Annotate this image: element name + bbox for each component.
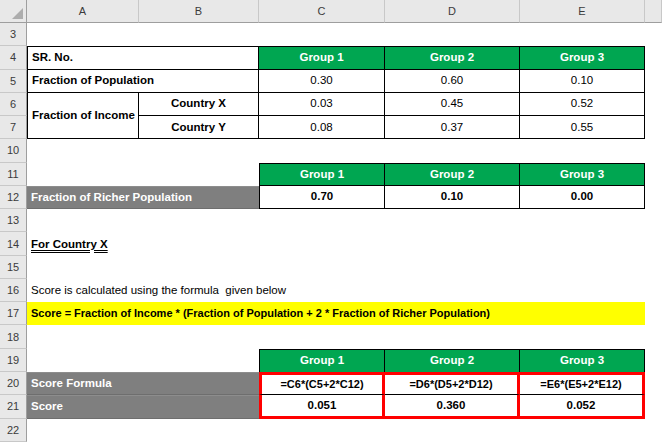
cell-country-x[interactable]: Country X (139, 93, 259, 116)
cell-formula-group3[interactable]: =E6*(E5+2*E12) (520, 372, 645, 395)
cell-pop-group1[interactable]: 0.30 (259, 70, 385, 93)
row-header-22[interactable]: 22 (0, 419, 27, 442)
cell-richer-group3[interactable]: 0.00 (520, 186, 645, 209)
row-header-13[interactable]: 13 (0, 209, 27, 232)
cell-sr-no[interactable]: SR. No. (27, 46, 259, 69)
cell-t1-header-group1[interactable]: Group 1 (259, 46, 385, 69)
cell-score-group2[interactable]: 0.360 (385, 395, 520, 418)
cell-formula-highlight[interactable]: Score = Fraction of Income * (Fraction o… (27, 302, 645, 325)
row-header-17[interactable]: 17 (0, 302, 27, 325)
cell-pop-group2[interactable]: 0.60 (385, 70, 520, 93)
row-header-12[interactable]: 12 (0, 186, 27, 209)
cell-t3-header-group2[interactable]: Group 2 (385, 349, 520, 372)
row-header-4[interactable]: 4 (0, 46, 27, 69)
row-header-20[interactable]: 20 (0, 372, 27, 395)
cell-score-group1[interactable]: 0.051 (259, 395, 385, 418)
row-header-14[interactable]: 14 (0, 232, 27, 255)
row-header-11[interactable]: 11 (0, 163, 27, 186)
for-country-x-text: For Country X (31, 238, 108, 251)
cell-t1-header-group2[interactable]: Group 2 (385, 46, 520, 69)
cell-t2-header-group3[interactable]: Group 3 (520, 163, 645, 186)
row-header-3[interactable]: 3 (0, 23, 27, 46)
row-header-7[interactable]: 7 (0, 116, 27, 139)
cell-income-y-group3[interactable]: 0.55 (520, 116, 645, 139)
cell-richer-population-label[interactable]: Fraction of Richer Population (27, 186, 259, 209)
row-header-21[interactable]: 21 (0, 395, 27, 418)
row-header-18[interactable]: 18 (0, 325, 27, 348)
cell-formula-group1[interactable]: =C6*(C5+2*C12) (259, 372, 385, 395)
column-header-c[interactable]: C (259, 0, 385, 23)
cell-score-description[interactable]: Score is calculated using the formula gi… (27, 279, 645, 302)
column-header-partial (645, 0, 662, 23)
row-header-16[interactable]: 16 (0, 279, 27, 302)
select-all-corner[interactable] (0, 0, 27, 23)
column-header-d[interactable]: D (385, 0, 520, 23)
spreadsheet: A B C D E 3 4 5 6 7 10 11 12 13 14 15 16… (0, 0, 662, 442)
cell-income-y-group1[interactable]: 0.08 (259, 116, 385, 139)
cell-income-x-group1[interactable]: 0.03 (259, 93, 385, 116)
cell-score-group3[interactable]: 0.052 (520, 395, 645, 418)
cell-t2-header-group2[interactable]: Group 2 (385, 163, 520, 186)
column-header-e[interactable]: E (520, 0, 645, 23)
cell-t3-header-group3[interactable]: Group 3 (520, 349, 645, 372)
cell-income-x-group3[interactable]: 0.52 (520, 93, 645, 116)
column-header-a[interactable]: A (27, 0, 139, 23)
cell-fraction-population-label[interactable]: Fraction of Population (27, 70, 259, 93)
cell-score-label[interactable]: Score (27, 395, 259, 418)
column-header-b[interactable]: B (139, 0, 259, 23)
cell-for-country-x[interactable]: For Country X (27, 232, 385, 255)
cell-t1-header-group3[interactable]: Group 3 (520, 46, 645, 69)
cell-country-y[interactable]: Country Y (139, 116, 259, 139)
cell-richer-group1[interactable]: 0.70 (259, 186, 385, 209)
row-header-10[interactable]: 10 (0, 139, 27, 162)
cell-richer-group2[interactable]: 0.10 (385, 186, 520, 209)
cell-income-x-group2[interactable]: 0.45 (385, 93, 520, 116)
cell-fraction-income-label[interactable]: Fraction of Income (27, 93, 139, 140)
cell-pop-group3[interactable]: 0.10 (520, 70, 645, 93)
row-header-5[interactable]: 5 (0, 70, 27, 93)
cell-income-y-group2[interactable]: 0.37 (385, 116, 520, 139)
row-header-6[interactable]: 6 (0, 93, 27, 116)
cell-formula-group2[interactable]: =D6*(D5+2*D12) (385, 372, 520, 395)
row-header-19[interactable]: 19 (0, 349, 27, 372)
row-header-15[interactable]: 15 (0, 256, 27, 279)
cell-t3-header-group1[interactable]: Group 1 (259, 349, 385, 372)
select-all-icon (12, 8, 23, 19)
cell-score-formula-label[interactable]: Score Formula (27, 372, 259, 395)
cell-t2-header-group1[interactable]: Group 1 (259, 163, 385, 186)
